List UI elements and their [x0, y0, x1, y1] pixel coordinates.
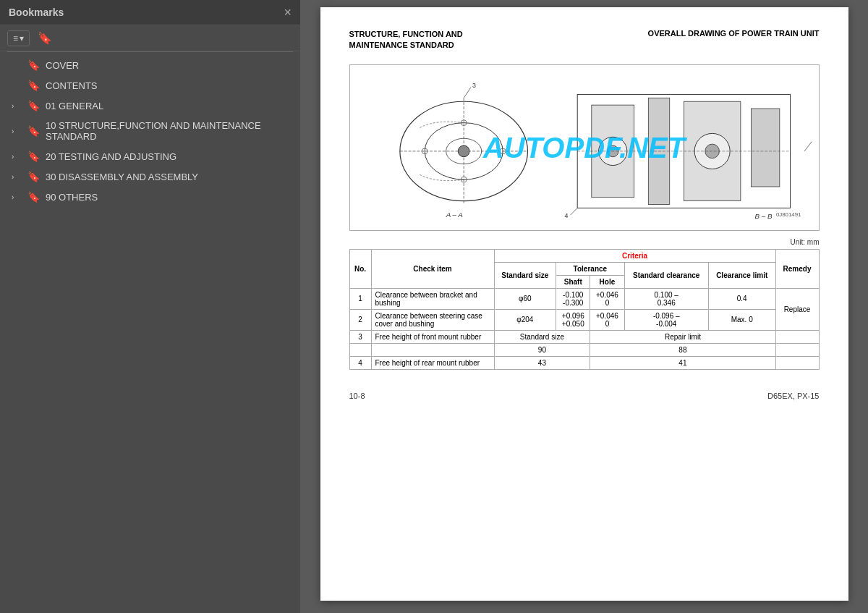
svg-text:4: 4: [564, 212, 568, 219]
svg-line-6: [464, 87, 471, 98]
sidebar-item-01-general[interactable]: › 🔖 01 GENERAL: [0, 96, 300, 116]
sidebar-title: Bookmarks: [9, 7, 64, 18]
toolbar-menu-button[interactable]: ≡ ▾: [7, 30, 30, 46]
sidebar-item-10-structure[interactable]: › 🔖 10 STRUCTURE,FUNCTION AND MAINTENANC…: [0, 116, 300, 146]
svg-line-24: [570, 208, 577, 215]
expand-arrow-icon: ›: [12, 193, 22, 201]
row3-repair-limit-label: Repair limit: [590, 330, 775, 343]
expand-arrow-icon: ›: [12, 127, 22, 135]
dropdown-arrow-icon: ▾: [20, 33, 24, 43]
expand-arrow-icon: ›: [12, 153, 22, 161]
row3-repair-value: 88: [590, 343, 775, 356]
row1-remedy: Replace: [775, 288, 819, 330]
col-clearance-limit: Clearance limit: [708, 262, 775, 288]
svg-text:A – A: A – A: [445, 211, 463, 219]
header-line1: STRUCTURE, FUNCTION AND: [349, 29, 463, 40]
row2-standard-clearance: -0.096 – -0.004: [624, 309, 708, 330]
bookmark-icon: 🔖: [38, 32, 52, 44]
sidebar-item-label: 30 DISASSEMBLY AND ASSEMBLY: [46, 172, 294, 182]
bookmarks-list: 🔖 COVER 🔖 CONTENTS › 🔖 01 GENERAL › 🔖 10…: [0, 52, 300, 613]
sidebar-item-90-others[interactable]: › 🔖 90 OTHERS: [0, 187, 300, 207]
row2-no: 2: [349, 309, 371, 330]
row4-remedy: [775, 356, 819, 369]
close-button[interactable]: ×: [284, 6, 292, 19]
col-hole: Hole: [590, 275, 624, 288]
row1-standard-clearance: 0.100 – 0.346: [624, 288, 708, 309]
bookmark-icon: 🔖: [27, 59, 40, 71]
diagram-container: 3 A – A: [349, 64, 820, 231]
page-header-right: OVERALL DRAWING OF POWER TRAIN UNIT: [648, 29, 820, 38]
row2-clearance-limit: Max. 0: [708, 309, 775, 330]
col-tolerance: Tolerance: [556, 262, 624, 275]
row3b-remedy: [775, 343, 819, 356]
row1-clearance-limit: 0.4: [708, 288, 775, 309]
bookmark-icon: 🔖: [27, 80, 40, 91]
sidebar-item-label: COVER: [46, 60, 294, 71]
unit-note: Unit: mm: [349, 238, 820, 246]
sidebar-header: Bookmarks ×: [0, 0, 300, 25]
svg-point-5: [458, 145, 469, 157]
table-row: 2 Clearance between steering case cover …: [349, 309, 819, 330]
col-no: No.: [349, 249, 371, 288]
col-criteria: Criteria: [494, 249, 775, 262]
bookmark-icon: 🔖: [27, 191, 40, 203]
page-footer: 10-8 D65EX, PX-15: [349, 392, 820, 400]
sidebar-item-label: 90 OTHERS: [46, 192, 294, 203]
row4-no: 4: [349, 356, 371, 369]
svg-text:0J801491: 0J801491: [775, 211, 800, 218]
row2-shaft: +0.096 +0.050: [556, 309, 590, 330]
col-check-item: Check item: [371, 249, 494, 288]
expand-arrow-icon: [12, 62, 22, 69]
row1-no: 1: [349, 288, 371, 309]
technical-drawing: 3 A – A: [357, 72, 812, 223]
sidebar-item-cover[interactable]: 🔖 COVER: [0, 55, 300, 75]
sidebar-item-label: 20 TESTING AND ADJUSTING: [46, 151, 294, 162]
page-header: STRUCTURE, FUNCTION AND MAINTENANCE STAN…: [349, 29, 820, 51]
header-line2: MAINTENANCE STANDARD: [349, 40, 463, 51]
bookmark-icon: 🔖: [27, 100, 40, 111]
row3b-no: [349, 343, 371, 356]
row3b-check-item: [371, 343, 494, 356]
table-row: 3 Free height of front mount rubber Stan…: [349, 330, 819, 343]
svg-text:B – B: B – B: [754, 212, 772, 220]
sidebar-item-label: CONTENTS: [46, 80, 294, 91]
row2-standard-size: φ204: [494, 309, 556, 330]
bookmark-icon: 🔖: [27, 125, 40, 137]
main-content: STRUCTURE, FUNCTION AND MAINTENANCE STAN…: [300, 0, 868, 613]
menu-icon: ≡: [13, 33, 18, 43]
svg-text:3: 3: [472, 81, 475, 88]
toolbar-bookmark-button[interactable]: 🔖: [34, 30, 56, 46]
sidebar-item-label: 10 STRUCTURE,FUNCTION AND MAINTENANCE ST…: [46, 120, 294, 142]
svg-line-22: [804, 137, 812, 151]
expand-arrow-icon: ›: [12, 173, 22, 181]
sidebar-toolbar: ≡ ▾ 🔖: [0, 25, 300, 51]
page-number: 10-8: [349, 392, 365, 400]
table-row: 4 Free height of rear mount rubber 43 41: [349, 356, 819, 369]
document-id: D65EX, PX-15: [767, 392, 820, 400]
svg-rect-17: [751, 109, 779, 187]
sidebar-item-30-disassembly[interactable]: › 🔖 30 DISASSEMBLY AND ASSEMBLY: [0, 166, 300, 187]
expand-arrow-icon: [12, 82, 22, 90]
row3-no: 3: [349, 330, 371, 343]
row1-hole: +0.046 0: [590, 288, 624, 309]
page-header-left: STRUCTURE, FUNCTION AND MAINTENANCE STAN…: [349, 29, 463, 51]
row4-check-item: Free height of rear mount rubber: [371, 356, 494, 369]
sidebar-item-contents[interactable]: 🔖 CONTENTS: [0, 75, 300, 96]
row3-check-item: Free height of front mount rubber: [371, 330, 494, 343]
table-row: 90 88: [349, 343, 819, 356]
sidebar-item-label: 01 GENERAL: [46, 101, 294, 111]
table-row: 1 Clearance between bracket and bushing …: [349, 288, 819, 309]
page-container: STRUCTURE, FUNCTION AND MAINTENANCE STAN…: [320, 7, 848, 601]
row3-std-size-label: Standard size: [494, 330, 590, 343]
row3-std-value: 90: [494, 343, 590, 356]
col-standard-size: Standard size: [494, 262, 556, 288]
bookmark-icon: 🔖: [27, 171, 40, 182]
row1-shaft: -0.100 -0.300: [556, 288, 590, 309]
bookmark-icon: 🔖: [27, 151, 40, 162]
sidebar: Bookmarks × ≡ ▾ 🔖 🔖 COVER 🔖 CONTENTS › 🔖: [0, 0, 300, 613]
row1-standard-size: φ60: [494, 288, 556, 309]
col-shaft: Shaft: [556, 275, 590, 288]
row2-hole: +0.046 0: [590, 309, 624, 330]
row2-check-item: Clearance between steering case cover an…: [371, 309, 494, 330]
sidebar-item-20-testing[interactable]: › 🔖 20 TESTING AND ADJUSTING: [0, 146, 300, 166]
